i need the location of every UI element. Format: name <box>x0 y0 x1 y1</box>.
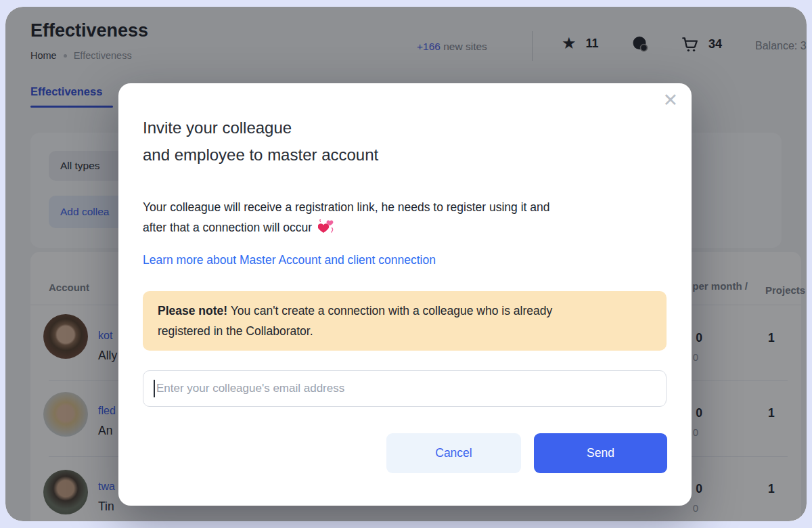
learn-more-link[interactable]: Learn more about Master Account and clie… <box>143 253 436 267</box>
invite-colleague-modal: ✕ Invite your colleague and employee to … <box>118 83 692 506</box>
modal-title-line1: Invite your colleague <box>143 114 378 141</box>
modal-body-text: Your colleague will receive a registrati… <box>143 197 664 238</box>
note-warning-box: Please note! You can't create a connecti… <box>143 291 667 351</box>
close-icon[interactable]: ✕ <box>662 91 678 110</box>
colleague-email-input[interactable] <box>143 370 667 407</box>
note-line2: registered in the Collaborator. <box>158 321 652 341</box>
revolving-hearts-emoji-icon <box>318 219 334 234</box>
modal-title-line2: and employee to master account <box>143 141 378 169</box>
text-cursor-caret <box>154 380 155 397</box>
modal-title: Invite your colleague and employee to ma… <box>143 114 378 169</box>
email-field-wrap <box>143 370 667 407</box>
note-bold: Please note! <box>158 304 227 317</box>
modal-body-line1: Your colleague will receive a registrati… <box>143 197 664 217</box>
send-button[interactable]: Send <box>534 433 667 473</box>
note-line1: Please note! You can't create a connecti… <box>158 301 652 321</box>
modal-body-line2: after that a connection will occur <box>143 217 664 238</box>
cancel-button[interactable]: Cancel <box>386 433 521 473</box>
